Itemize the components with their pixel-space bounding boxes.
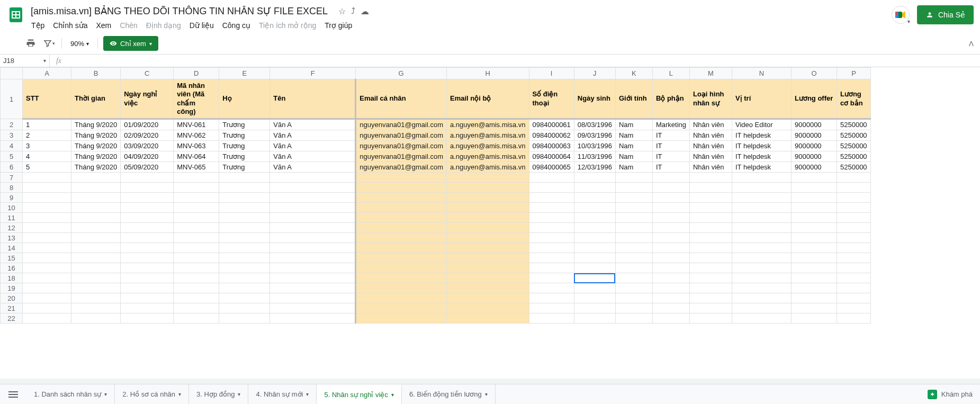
cloud-icon[interactable]: ☁ xyxy=(361,6,369,16)
cell[interactable] xyxy=(837,183,870,193)
cell[interactable] xyxy=(529,223,574,233)
cell[interactable] xyxy=(71,173,121,183)
cell[interactable]: 09/03/1996 xyxy=(574,130,615,141)
cell[interactable] xyxy=(574,303,615,313)
cell[interactable] xyxy=(446,263,529,273)
cell[interactable] xyxy=(791,253,837,263)
cell[interactable] xyxy=(270,293,356,303)
cell[interactable] xyxy=(446,183,529,193)
col-header-G[interactable]: G xyxy=(356,68,447,79)
cell[interactable]: 9000000 xyxy=(791,141,837,151)
cell[interactable] xyxy=(837,213,870,223)
cell[interactable] xyxy=(356,253,447,263)
row-header-15[interactable]: 15 xyxy=(1,253,23,263)
cell[interactable] xyxy=(732,263,791,273)
cell[interactable] xyxy=(174,253,219,263)
cell[interactable] xyxy=(23,183,71,193)
cell[interactable] xyxy=(615,203,652,213)
cell[interactable] xyxy=(270,193,356,203)
cell[interactable]: Nhân viên xyxy=(689,119,732,130)
cell[interactable] xyxy=(615,213,652,223)
cell[interactable] xyxy=(121,263,174,273)
cell[interactable] xyxy=(652,263,689,273)
menu-trợ-giúp[interactable]: Trợ giúp xyxy=(321,19,356,32)
cell[interactable] xyxy=(121,283,174,293)
row-header-13[interactable]: 13 xyxy=(1,233,23,243)
cell[interactable] xyxy=(837,193,870,203)
cell[interactable] xyxy=(121,223,174,233)
cell[interactable] xyxy=(652,223,689,233)
cell[interactable] xyxy=(652,303,689,313)
cell[interactable] xyxy=(219,283,270,293)
cell[interactable] xyxy=(446,253,529,263)
cell[interactable] xyxy=(615,223,652,233)
formula-input[interactable] xyxy=(68,55,980,67)
cell[interactable]: Văn A xyxy=(270,119,356,130)
cell[interactable] xyxy=(356,273,447,283)
cell[interactable] xyxy=(174,233,219,243)
share-button[interactable]: Chia Sẻ xyxy=(917,5,974,24)
cell[interactable] xyxy=(652,243,689,253)
cell[interactable] xyxy=(23,253,71,263)
cell[interactable]: IT helpdesk xyxy=(732,141,791,151)
cell[interactable] xyxy=(837,203,870,213)
cell[interactable] xyxy=(356,213,447,223)
cell[interactable] xyxy=(174,193,219,203)
cell[interactable]: IT helpdesk xyxy=(732,162,791,173)
cell[interactable]: 5250000 xyxy=(837,162,870,173)
sheet-tab[interactable]: 1. Danh sách nhân sự▾ xyxy=(26,384,115,404)
cell[interactable] xyxy=(174,283,219,293)
cell[interactable] xyxy=(732,213,791,223)
cell[interactable] xyxy=(791,243,837,253)
cell[interactable] xyxy=(689,183,732,193)
field-header[interactable]: Ngày sinh xyxy=(574,79,615,119)
cell[interactable] xyxy=(574,293,615,303)
cell[interactable] xyxy=(270,223,356,233)
cell[interactable] xyxy=(23,313,71,324)
cell[interactable] xyxy=(689,173,732,183)
cell[interactable]: 5250000 xyxy=(837,141,870,151)
row-header-11[interactable]: 11 xyxy=(1,213,23,223)
cell[interactable] xyxy=(121,253,174,263)
cell[interactable] xyxy=(270,283,356,293)
cell[interactable] xyxy=(529,313,574,324)
cell[interactable]: Trương xyxy=(219,141,270,151)
cell[interactable] xyxy=(71,253,121,263)
cell[interactable] xyxy=(71,283,121,293)
cell[interactable]: Nhân viên xyxy=(689,130,732,141)
cell[interactable]: 9000000 xyxy=(791,162,837,173)
col-header-O[interactable]: O xyxy=(791,68,837,79)
cell[interactable]: Tháng 9/2020 xyxy=(71,130,121,141)
cell[interactable] xyxy=(23,213,71,223)
cell[interactable] xyxy=(732,203,791,213)
cell[interactable] xyxy=(23,273,71,283)
cell[interactable]: 12/03/1996 xyxy=(574,162,615,173)
cell[interactable] xyxy=(23,173,71,183)
cell[interactable] xyxy=(446,203,529,213)
cell[interactable] xyxy=(574,283,615,293)
cell[interactable] xyxy=(219,173,270,183)
field-header[interactable]: Lương offer xyxy=(791,79,837,119)
cell[interactable] xyxy=(529,173,574,183)
cell[interactable] xyxy=(356,183,447,193)
cell[interactable] xyxy=(529,253,574,263)
cell[interactable] xyxy=(121,213,174,223)
print-icon[interactable] xyxy=(23,36,38,51)
field-header[interactable]: Vị trí xyxy=(732,79,791,119)
row-header-8[interactable]: 8 xyxy=(1,183,23,193)
cell[interactable] xyxy=(791,213,837,223)
cell[interactable]: a.nguyen@amis.misa.vn xyxy=(446,151,529,162)
cell[interactable] xyxy=(23,293,71,303)
sheet-tab[interactable]: 5. Nhân sự nghỉ việc▾ xyxy=(317,384,401,404)
cell[interactable] xyxy=(270,273,356,283)
cell[interactable] xyxy=(446,313,529,324)
cell[interactable]: 10/03/1996 xyxy=(574,141,615,151)
cell[interactable] xyxy=(71,233,121,243)
cell[interactable] xyxy=(219,183,270,193)
cell[interactable]: Trương xyxy=(219,119,270,130)
field-header[interactable]: Email nội bộ xyxy=(446,79,529,119)
cell[interactable] xyxy=(71,213,121,223)
row-header-12[interactable]: 12 xyxy=(1,223,23,233)
cell[interactable]: IT xyxy=(652,151,689,162)
cell[interactable] xyxy=(652,253,689,263)
